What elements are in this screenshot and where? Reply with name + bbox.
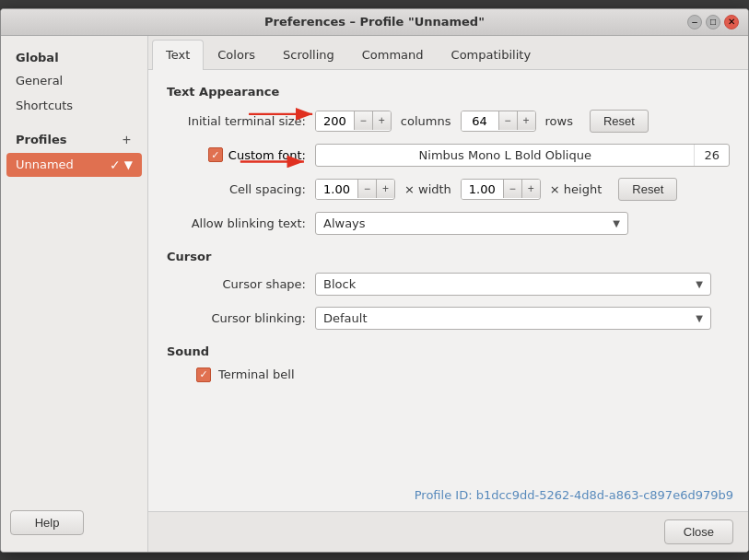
custom-font-checkbox[interactable] (208, 147, 223, 162)
close-window-button[interactable]: ✕ (724, 15, 739, 29)
profiles-header: Profiles + (1, 125, 147, 151)
cell-width-spinner: 1.00 − + (315, 179, 395, 200)
columns-unit: columns (401, 114, 451, 128)
blink-row: Allow blinking text: Always ▼ (167, 212, 730, 235)
blink-label: Allow blinking text: (181, 216, 315, 230)
sidebar: Global General Shortcuts Profiles + Unna… (1, 36, 148, 552)
active-profile-item[interactable]: Unnamed ✓ ▼ (6, 153, 142, 177)
profiles-label: Profiles (16, 133, 67, 146)
profile-check-icon: ✓ (110, 158, 121, 172)
custom-font-row: Custom font: Nimbus Mono L Bold Oblique … (167, 144, 730, 167)
cell-reset-button[interactable]: Reset (618, 178, 677, 201)
cell-width-value[interactable]: 1.00 (316, 180, 357, 199)
blink-dropdown-arrow: ▼ (613, 218, 620, 228)
initial-size-controls: 200 − + columns 64 − + rows Reset (315, 110, 649, 133)
columns-increase[interactable]: + (372, 111, 391, 130)
blink-dropdown[interactable]: Always ▼ (315, 212, 628, 235)
columns-spinner: 200 − + (315, 111, 392, 132)
cell-height-increase[interactable]: + (521, 180, 540, 198)
sidebar-item-shortcuts[interactable]: Shortcuts (1, 93, 147, 118)
close-dialog-button[interactable]: Close (664, 519, 733, 544)
cell-height-value[interactable]: 1.00 (462, 180, 503, 199)
font-display[interactable]: Nimbus Mono L Bold Oblique 26 (315, 144, 730, 167)
cell-height-decrease[interactable]: − (503, 180, 521, 198)
terminal-bell-label: Terminal bell (218, 368, 295, 381)
cell-spacing-row: Cell spacing: 1.00 − + × width 1.00 − + (167, 178, 730, 201)
tab-text[interactable]: Text (152, 40, 204, 70)
cursor-shape-dropdown[interactable]: Block ▼ (315, 273, 711, 296)
window-title: Preferences – Profile "Unnamed" (264, 15, 485, 29)
active-profile-label: Unnamed (16, 158, 106, 171)
tab-compatibility[interactable]: Compatibility (438, 40, 545, 69)
cursor-blink-label: Cursor blinking: (181, 311, 315, 325)
size-reset-button[interactable]: Reset (590, 110, 649, 133)
font-size: 26 (694, 145, 729, 166)
cursor-section-header: Cursor (167, 250, 730, 263)
terminal-bell-checkbox[interactable] (196, 368, 211, 382)
profile-id: Profile ID: b1dcc9dd-5262-4d8d-a863-c897… (415, 488, 733, 502)
cell-height-unit: × height (550, 182, 602, 196)
tab-colors[interactable]: Colors (204, 40, 269, 69)
tab-scrolling[interactable]: Scrolling (269, 40, 348, 69)
cursor-blink-row: Cursor blinking: Default ▼ (167, 307, 730, 330)
cursor-shape-label: Cursor shape: (181, 277, 315, 291)
cell-width-increase[interactable]: + (376, 180, 394, 198)
cell-width-decrease[interactable]: − (357, 180, 376, 198)
titlebar: Preferences – Profile "Unnamed" – □ ✕ (1, 9, 748, 36)
global-section-label: Global (1, 43, 147, 68)
window-controls: – □ ✕ (687, 15, 739, 29)
add-profile-button[interactable]: + (121, 133, 133, 147)
rows-increase[interactable]: + (517, 111, 535, 130)
columns-decrease[interactable]: − (354, 111, 372, 130)
cursor-blink-value: Default (323, 311, 692, 325)
cursor-shape-arrow: ▼ (696, 279, 703, 289)
blink-value: Always (323, 216, 609, 230)
main-content: Global General Shortcuts Profiles + Unna… (1, 36, 748, 552)
right-panel: Text Colors Scrolling Command Compatibil… (148, 36, 748, 552)
minimize-button[interactable]: – (687, 15, 702, 29)
terminal-bell-row: Terminal bell (167, 368, 730, 382)
rows-decrease[interactable]: − (498, 111, 517, 130)
cell-width-unit: × width (404, 182, 451, 196)
preferences-window: Preferences – Profile "Unnamed" – □ ✕ Gl… (0, 8, 749, 553)
cursor-shape-value: Block (323, 277, 692, 291)
cursor-blink-dropdown[interactable]: Default ▼ (315, 307, 711, 330)
tab-content: Text Appearance Initial terminal size: 2… (148, 70, 748, 511)
maximize-button[interactable]: □ (706, 15, 720, 29)
rows-unit: rows (545, 114, 573, 128)
tabs-bar: Text Colors Scrolling Command Compatibil… (148, 36, 748, 70)
text-appearance-section: Text Appearance (167, 85, 730, 99)
sidebar-item-general[interactable]: General (1, 68, 147, 93)
cursor-shape-row: Cursor shape: Block ▼ (167, 273, 730, 296)
tab-command[interactable]: Command (348, 40, 438, 69)
profile-dropdown-icon: ▼ (124, 158, 133, 171)
initial-size-row: Initial terminal size: 200 − + columns 6… (167, 110, 730, 133)
custom-font-label-area: Custom font: (181, 147, 315, 162)
font-name: Nimbus Mono L Bold Oblique (316, 145, 694, 166)
help-button[interactable]: Help (10, 510, 84, 535)
bottom-bar: Close (148, 511, 748, 552)
rows-spinner: 64 − + (461, 111, 536, 132)
sound-section-header: Sound (167, 344, 730, 358)
cell-height-spinner: 1.00 − + (461, 179, 541, 200)
cursor-blink-arrow: ▼ (696, 313, 703, 323)
custom-font-label: Custom font: (228, 148, 306, 162)
columns-value[interactable]: 200 (316, 111, 354, 131)
cell-spacing-label: Cell spacing: (181, 182, 315, 196)
initial-size-label: Initial terminal size: (181, 114, 315, 128)
rows-value[interactable]: 64 (462, 111, 498, 131)
cell-spacing-controls: 1.00 − + × width 1.00 − + × height Reset (315, 178, 677, 201)
